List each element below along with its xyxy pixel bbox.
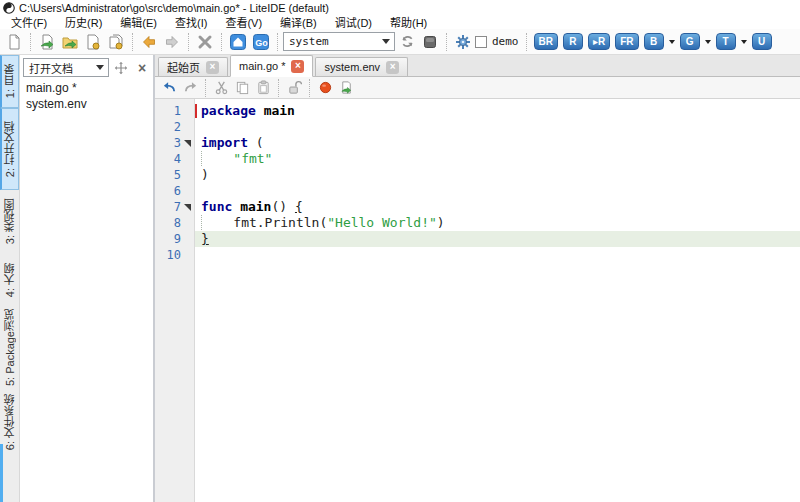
menu-find[interactable]: 查找(I) <box>166 14 216 30</box>
code-line[interactable]: 4 "fmt" <box>155 151 800 167</box>
get-dropdown-icon[interactable] <box>705 40 711 44</box>
code-lines: 1package main23import (4 "fmt"5)67func m… <box>155 103 800 263</box>
line-number: 10 <box>155 247 181 263</box>
code-editor[interactable]: 1package main23import (4 "fmt"5)67func m… <box>155 99 800 502</box>
build-dropdown-icon[interactable] <box>669 40 675 44</box>
save-all-button[interactable] <box>105 31 127 53</box>
code-text[interactable]: fmt.Println("Hello World!") <box>195 215 800 231</box>
open-file-button[interactable] <box>36 31 58 53</box>
gear-icon <box>455 34 471 50</box>
test-dropdown-icon[interactable] <box>741 40 747 44</box>
test-button[interactable]: T <box>716 33 736 50</box>
code-text[interactable]: ) <box>195 167 800 183</box>
stop-action-button[interactable] <box>419 31 441 53</box>
menu-help[interactable]: 帮助(H) <box>381 14 436 30</box>
new-file-button[interactable] <box>3 31 25 53</box>
edit-tools-button[interactable] <box>194 31 216 53</box>
code-line[interactable]: 6 <box>155 183 800 199</box>
fold-marker-icon[interactable] <box>181 135 195 151</box>
sidebar-tab-opened-files[interactable]: 2: 打开文档 <box>0 108 19 190</box>
navigate-back-button[interactable] <box>138 31 160 53</box>
save-file-button[interactable] <box>82 31 104 53</box>
panel-close-button[interactable]: × <box>133 59 151 77</box>
panel-header: 打开文档 × <box>20 55 153 80</box>
build-button[interactable]: B <box>644 33 664 50</box>
line-number: 4 <box>155 151 181 167</box>
go-docs-button[interactable]: Go <box>250 31 272 53</box>
close-icon[interactable]: × <box>386 61 399 74</box>
tab-system-env[interactable]: system.env × <box>315 57 408 76</box>
fold-marker-icon[interactable] <box>181 199 195 215</box>
panel-float-button[interactable] <box>112 59 130 77</box>
reload-env-button[interactable] <box>396 31 418 53</box>
chevron-down-icon <box>96 65 104 70</box>
sidebar-tab-outline[interactable]: 4: 大纲 <box>0 254 19 306</box>
toolbar-separator <box>205 79 206 97</box>
open-folder-button[interactable] <box>59 31 81 53</box>
code-line[interactable]: 3import ( <box>155 135 800 151</box>
list-item[interactable]: system.env <box>20 96 153 112</box>
panel-selector-combobox[interactable]: 打开文档 <box>23 58 109 77</box>
env-combobox[interactable]: system <box>283 32 395 51</box>
list-item[interactable]: main.go * <box>20 80 153 96</box>
cut-button[interactable] <box>211 78 231 98</box>
build-and-run-button[interactable]: BR <box>534 33 558 50</box>
menu-build[interactable]: 编译(B) <box>271 14 326 30</box>
code-text[interactable]: } <box>195 231 800 247</box>
sidebar-tab-class-view[interactable]: 3: 类视图 <box>0 190 19 254</box>
cut-icon <box>214 80 229 95</box>
code-line[interactable]: 1package main <box>155 103 800 119</box>
new-file-icon <box>6 34 22 50</box>
menu-edit[interactable]: 编辑(E) <box>111 14 166 30</box>
file-run-button[interactable]: FR <box>615 33 638 50</box>
home-button[interactable] <box>227 31 249 53</box>
refresh-icon <box>400 34 415 49</box>
code-line[interactable]: 9} <box>155 231 800 247</box>
close-icon[interactable]: × <box>291 60 304 73</box>
copy-button[interactable] <box>232 78 252 98</box>
main-toolbar: Go system <box>0 29 800 55</box>
code-text[interactable] <box>195 247 800 263</box>
fold-margin <box>181 103 195 119</box>
code-line[interactable]: 10 <box>155 247 800 263</box>
menu-file[interactable]: 文件(F) <box>2 14 56 30</box>
tools-cross-icon <box>197 34 213 50</box>
tab-start-page[interactable]: 起始页 × <box>158 57 228 76</box>
sidebar-tab-folders[interactable]: 1: 目录 <box>0 55 19 108</box>
menu-debug[interactable]: 调试(D) <box>326 14 381 30</box>
paste-button[interactable] <box>253 78 273 98</box>
menu-history[interactable]: 历史(R) <box>56 14 111 30</box>
navigate-forward-button[interactable] <box>161 31 183 53</box>
code-text[interactable] <box>195 183 800 199</box>
breakpoint-button[interactable] <box>315 78 335 98</box>
code-line[interactable]: 8 fmt.Println("Hello World!") <box>155 215 800 231</box>
fold-margin <box>181 231 195 247</box>
redo-button[interactable] <box>180 78 200 98</box>
code-text[interactable]: func main() { <box>195 199 800 215</box>
export-button[interactable] <box>336 78 356 98</box>
demo-checkbox[interactable] <box>475 36 487 48</box>
main-area: 1: 目录 2: 打开文档 3: 类视图 4: 大纲 5: Package浏览 … <box>0 55 800 502</box>
code-text[interactable]: import ( <box>195 135 800 151</box>
go-get-button[interactable]: G <box>680 33 700 50</box>
close-icon[interactable]: × <box>206 61 219 74</box>
menu-view[interactable]: 查看(V) <box>216 14 271 30</box>
tab-label: main.go * <box>239 60 285 72</box>
run-button[interactable]: R <box>563 33 583 50</box>
code-line[interactable]: 7func main() { <box>155 199 800 215</box>
debug-run-button[interactable]: ▸R <box>588 33 610 50</box>
build-config-button[interactable] <box>452 31 474 53</box>
sidebar-tab-package-browser[interactable]: 5: Package浏览 <box>0 306 19 390</box>
toggle-readonly-button[interactable] <box>284 78 304 98</box>
tab-main-go[interactable]: main.go * × <box>230 55 313 77</box>
code-line[interactable]: 2 <box>155 119 800 135</box>
code-text[interactable]: package main <box>195 103 800 119</box>
update-button[interactable]: U <box>752 33 772 50</box>
undo-button[interactable] <box>159 78 179 98</box>
code-text[interactable]: "fmt" <box>195 151 800 167</box>
code-line[interactable]: 5) <box>155 167 800 183</box>
stop-square-icon <box>422 34 438 50</box>
code-text[interactable] <box>195 119 800 135</box>
demo-checkbox-label[interactable]: demo <box>492 35 519 48</box>
opened-file-list: main.go * system.env <box>20 80 153 502</box>
